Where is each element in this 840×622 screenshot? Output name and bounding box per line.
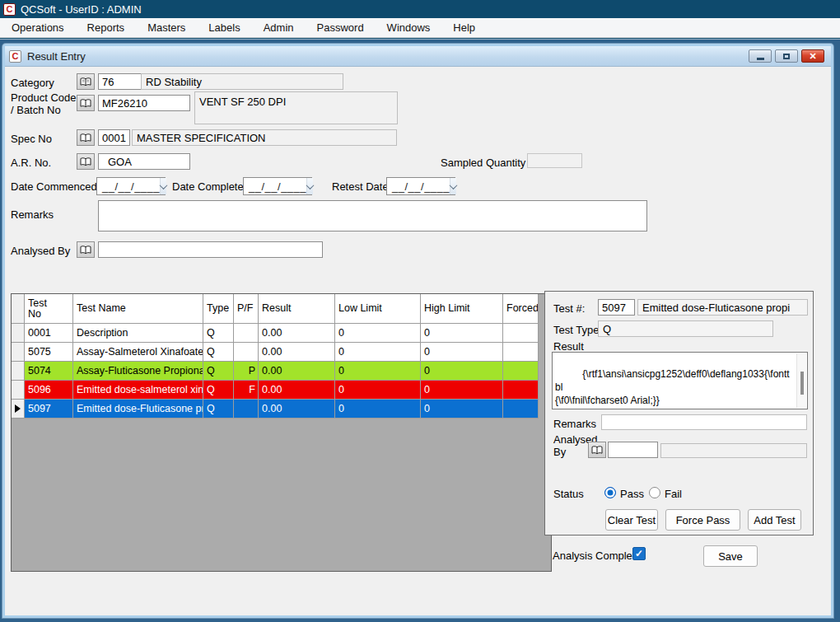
column-header-low-limit[interactable]: Low Limit: [335, 294, 421, 324]
row-selector-cell[interactable]: [12, 324, 25, 343]
spec-lookup-button[interactable]: [77, 129, 95, 146]
table-row-5097[interactable]: 5097Emitted dose-Fluticasone pr...Q0.000…: [12, 400, 551, 419]
row-selector-cell[interactable]: [12, 400, 25, 419]
result-rtf-textarea[interactable]: {\rtf1\ansi\ansicpg1252\deff0\deflang103…: [552, 352, 808, 409]
results-grid[interactable]: Test NoTest NameTypeP/FResultLow LimitHi…: [11, 293, 552, 572]
menu-item-operations[interactable]: Operations: [0, 18, 76, 37]
column-header-test-name[interactable]: Test Name: [73, 294, 203, 324]
date-completed-dropdown-button[interactable]: [306, 178, 313, 194]
column-header-high-limit[interactable]: High Limit: [421, 294, 503, 324]
cell-type[interactable]: Q: [203, 381, 234, 400]
result-entry-titlebar[interactable]: C Result Entry ✕: [5, 46, 831, 67]
row-selector-cell[interactable]: [12, 362, 25, 381]
cell-test-name[interactable]: Emitted dose-Fluticasone pr...: [73, 400, 203, 419]
cell-result[interactable]: 0.00: [259, 362, 335, 381]
cell-test-name[interactable]: Assay-Fluticasone Propionat...: [73, 362, 203, 381]
save-button[interactable]: Save: [703, 545, 758, 567]
menu-item-masters[interactable]: Masters: [136, 18, 197, 37]
cell-low-limit[interactable]: 0: [335, 381, 421, 400]
analysed-by-lookup-button[interactable]: [77, 241, 95, 258]
retest-date-dropdown-button[interactable]: [450, 178, 456, 194]
category-code-input[interactable]: [98, 73, 145, 90]
cell-high-limit[interactable]: 0: [421, 381, 503, 400]
cell-forced[interactable]: [503, 343, 539, 362]
ar-no-lookup-button[interactable]: [77, 153, 95, 170]
column-header-result[interactable]: Result: [259, 294, 335, 324]
table-row-5075[interactable]: 5075Assay-Salmeterol XinafoateQ0.0000: [12, 343, 551, 362]
test-number-input[interactable]: [598, 299, 635, 316]
add-test-button[interactable]: Add Test: [748, 509, 801, 531]
cell-type[interactable]: Q: [203, 400, 234, 419]
cell-pf[interactable]: P: [234, 362, 259, 381]
result-scrollbar[interactable]: [796, 353, 806, 408]
ar-no-input[interactable]: [98, 153, 190, 170]
table-row-5074[interactable]: 5074Assay-Fluticasone Propionat...QP0.00…: [12, 362, 551, 381]
cell-type[interactable]: Q: [203, 324, 234, 343]
cell-low-limit[interactable]: 0: [335, 362, 421, 381]
cell-pf[interactable]: [234, 400, 259, 419]
menu-item-reports[interactable]: Reports: [76, 18, 137, 37]
cell-pf[interactable]: F: [234, 381, 259, 400]
cell-low-limit[interactable]: 0: [335, 343, 421, 362]
column-header-type[interactable]: Type: [203, 294, 234, 324]
force-pass-button[interactable]: Force Pass: [665, 509, 740, 531]
cell-test-no[interactable]: 5096: [25, 381, 73, 400]
product-lookup-button[interactable]: [77, 95, 95, 111]
analysis-complete-checkbox[interactable]: ✓: [632, 547, 646, 560]
row-selector-cell[interactable]: [12, 381, 25, 400]
status-pass-radio[interactable]: [604, 487, 616, 498]
cell-low-limit[interactable]: 0: [335, 400, 421, 419]
cell-forced[interactable]: [503, 381, 539, 400]
cell-test-no[interactable]: 5075: [25, 343, 73, 362]
cell-type[interactable]: Q: [203, 362, 234, 381]
cell-result[interactable]: 0.00: [259, 381, 335, 400]
cell-high-limit[interactable]: 0: [421, 324, 503, 343]
table-row-0001[interactable]: 0001DescriptionQ0.0000: [12, 324, 551, 343]
product-code-input[interactable]: [98, 95, 190, 111]
category-lookup-button[interactable]: [77, 73, 95, 90]
column-header-forced[interactable]: Forced: [503, 294, 539, 324]
minimize-button[interactable]: [749, 49, 772, 63]
cell-test-no[interactable]: 5097: [25, 400, 73, 419]
date-completed-field[interactable]: __/__/____: [243, 177, 312, 195]
cell-result[interactable]: 0.00: [259, 324, 335, 343]
menu-item-password[interactable]: Password: [306, 18, 376, 37]
cell-test-name[interactable]: Assay-Salmeterol Xinafoate: [73, 343, 203, 362]
cell-high-limit[interactable]: 0: [421, 362, 503, 381]
cell-result[interactable]: 0.00: [259, 400, 335, 419]
detail-analysed-by-lookup-button[interactable]: [588, 442, 606, 458]
cell-high-limit[interactable]: 0: [421, 400, 503, 419]
restore-button[interactable]: [775, 49, 798, 63]
detail-analysed-by-input[interactable]: [608, 442, 658, 458]
cell-pf[interactable]: [234, 343, 259, 362]
cell-pf[interactable]: [234, 324, 259, 343]
table-row-5096[interactable]: 5096Emitted dose-salmeterol xinafoQF0.00…: [12, 381, 551, 400]
cell-forced[interactable]: [503, 400, 539, 419]
cell-forced[interactable]: [503, 324, 539, 343]
cell-result[interactable]: 0.00: [259, 343, 335, 362]
menu-item-admin[interactable]: Admin: [252, 18, 306, 37]
close-button[interactable]: ✕: [801, 49, 824, 63]
row-selector-cell[interactable]: [12, 343, 25, 362]
cell-type[interactable]: Q: [203, 343, 234, 362]
cell-test-name[interactable]: Description: [73, 324, 203, 343]
date-commenced-dropdown-button[interactable]: [160, 178, 166, 194]
cell-forced[interactable]: [503, 362, 539, 381]
cell-test-no[interactable]: 5074: [25, 362, 73, 381]
remarks-textarea[interactable]: [98, 200, 647, 231]
cell-high-limit[interactable]: 0: [421, 343, 503, 362]
menu-item-help[interactable]: Help: [441, 18, 487, 37]
spec-no-input[interactable]: [98, 129, 130, 146]
sampled-quantity-input[interactable]: [527, 153, 582, 168]
cell-low-limit[interactable]: 0: [335, 324, 421, 343]
date-commenced-field[interactable]: __/__/____: [96, 177, 166, 195]
menu-item-labels[interactable]: Labels: [197, 18, 251, 37]
cell-test-no[interactable]: 0001: [25, 324, 73, 343]
retest-date-field[interactable]: __/__/____: [386, 177, 455, 195]
column-header-p-f[interactable]: P/F: [234, 294, 259, 324]
cell-test-name[interactable]: Emitted dose-salmeterol xinafo: [73, 381, 203, 400]
scrollbar-thumb[interactable]: [800, 372, 804, 395]
status-fail-radio[interactable]: [649, 487, 660, 498]
column-header-test-no[interactable]: Test No: [25, 294, 73, 324]
menu-item-windows[interactable]: Windows: [376, 18, 442, 37]
